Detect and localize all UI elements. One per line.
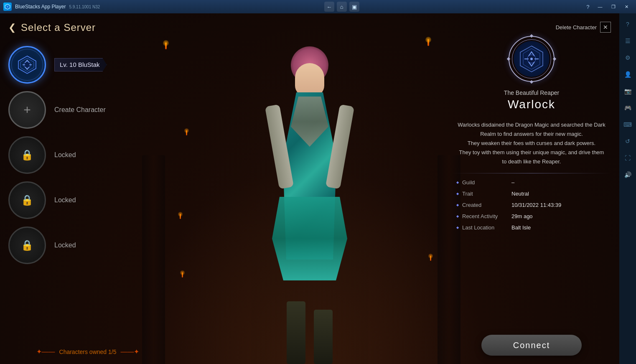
stat-diamond-trait: ◆	[456, 192, 459, 196]
sidebar-icon-gamepad[interactable]: 🎮	[620, 100, 635, 115]
lock-icon-1: 🔒	[21, 149, 33, 161]
titlebar-app-name: BlueStacks App Player	[15, 4, 66, 10]
nav-back-button[interactable]: ←	[324, 2, 334, 12]
large-emblem-icon	[517, 44, 546, 74]
divider	[452, 173, 611, 173]
stat-diamond-guild: ◆	[456, 181, 459, 184]
sidebar-icon-profile[interactable]: 👤	[620, 67, 635, 82]
nav-capture-button[interactable]: ▣	[349, 2, 359, 12]
titlebar-left: BlueStacks App Player 5.9.11.1001 N32	[3, 3, 100, 11]
stat-diamond-created: ◆	[456, 203, 459, 207]
stat-row-guild: ◆ Guild –	[456, 177, 607, 188]
ornament-left: ✦——	[36, 348, 55, 356]
stat-diamond-location: ◆	[456, 226, 459, 229]
lock-icon-2: 🔒	[21, 194, 33, 206]
sidebar-icon-keyboard[interactable]: ⌨	[620, 117, 635, 132]
char-emblem-large	[452, 36, 611, 87]
stat-label-guild: Guild	[462, 179, 508, 186]
svg-point-2	[7, 6, 8, 8]
locked-label-2: Locked	[54, 196, 76, 204]
sidebar-icon-rotate[interactable]: ↺	[620, 134, 635, 149]
titlebar: BlueStacks App Player 5.9.11.1001 N32 ← …	[0, 0, 636, 13]
delete-character-button[interactable]: ✕	[600, 22, 611, 33]
stat-value-activity: 29m ago	[511, 213, 533, 219]
back-title: ❮ Select a Server	[8, 22, 167, 33]
left-panel: ❮ Select a Server	[0, 13, 176, 364]
game-area: ❮ Select a Server	[0, 13, 619, 364]
titlebar-controls: ? — ❐ ✕	[583, 2, 633, 11]
restore-button[interactable]: ❐	[608, 3, 619, 11]
plus-icon: +	[23, 104, 31, 116]
back-button[interactable]: ❮	[8, 22, 16, 33]
titlebar-nav: ← ⌂ ▣	[324, 2, 359, 12]
character-display-area	[176, 13, 444, 364]
char-subtitle: The Beautiful Reaper	[452, 89, 611, 96]
ornament-right: ——✦	[120, 348, 139, 356]
stat-label-trait: Trait	[462, 191, 508, 197]
character-silhouette	[251, 38, 368, 364]
right-sidebar: ? ☰ ⚙ 👤 📷 🎮 ⌨ ↺ ⛶ 🔊	[619, 13, 636, 364]
char-description: Warlocks disdained the Dragon Magic and …	[452, 120, 611, 166]
sidebar-icon-settings[interactable]: ⚙	[620, 50, 635, 65]
stat-value-location: Balt Isle	[511, 224, 531, 231]
sidebar-icon-menu[interactable]: ☰	[620, 33, 635, 48]
delete-label: Delete Character	[556, 24, 597, 31]
bluestacks-logo	[3, 3, 12, 11]
sidebar-icon-question[interactable]: ?	[620, 17, 635, 32]
character-name-tag: Lv. 10 BluStak	[54, 58, 107, 71]
nav-home-button[interactable]: ⌂	[337, 2, 347, 12]
locked-slot-icon-2: 🔒	[8, 181, 46, 219]
active-slot-icon	[8, 46, 46, 84]
lock-icon-3: 🔒	[21, 239, 33, 251]
stat-value-trait: Neutral	[511, 191, 529, 197]
close-button[interactable]: ✕	[621, 3, 633, 11]
char-stats: ◆ Guild – ◆ Trait Neutral ◆ Created 10/3…	[452, 177, 611, 328]
char-class: Warlock	[452, 98, 611, 111]
create-character-label: Create Character	[54, 106, 106, 114]
create-slot-icon: +	[8, 91, 46, 129]
characters-owned: ✦—— Characters owned 1/5 ——✦	[0, 348, 176, 356]
stat-row-location: ◆ Last Location Balt Isle	[456, 222, 607, 233]
stat-row-created: ◆ Created 10/31/2022 11:43:39	[456, 199, 607, 211]
stat-row-trait: ◆ Trait Neutral	[456, 188, 607, 199]
char-identity: The Beautiful Reaper Warlock	[452, 89, 611, 117]
locked-label-3: Locked	[54, 242, 76, 249]
character-slot-active[interactable]: Lv. 10 BluStak	[8, 46, 167, 84]
character-name: Lv. 10 BluStak	[60, 61, 100, 68]
locked-label-1: Locked	[54, 151, 76, 159]
character-slot-locked-1[interactable]: 🔒 Locked	[8, 136, 167, 174]
stat-label-created: Created	[462, 202, 508, 208]
minimize-button[interactable]: —	[594, 3, 606, 11]
stat-label-activity: Recent Activity	[462, 213, 508, 219]
titlebar-version: 5.9.11.1001 N32	[69, 5, 100, 9]
character-slot-locked-2[interactable]: 🔒 Locked	[8, 181, 167, 219]
locked-slot-icon-3: 🔒	[8, 227, 46, 264]
sidebar-icon-volume[interactable]: 🔊	[620, 167, 635, 182]
sidebar-icon-fullscreen[interactable]: ⛶	[620, 150, 635, 165]
stat-value-created: 10/31/2022 11:43:39	[511, 202, 561, 208]
stat-label-location: Last Location	[462, 224, 508, 231]
server-title: Select a Server	[21, 22, 96, 33]
character-slot-locked-3[interactable]: 🔒 Locked	[8, 227, 167, 264]
character-list: Lv. 10 BluStak + Create Character 🔒 Lock…	[8, 46, 167, 264]
character-slot-create[interactable]: + Create Character	[8, 91, 167, 129]
svg-point-9	[530, 58, 533, 60]
stat-diamond-activity: ◆	[456, 214, 459, 218]
locked-slot-icon-1: 🔒	[8, 136, 46, 174]
delete-area: Delete Character ✕	[452, 22, 611, 33]
large-emblem	[509, 36, 555, 82]
owned-text: Characters owned 1/5	[59, 349, 117, 355]
connect-button[interactable]: Connect	[481, 335, 582, 356]
stat-row-activity: ◆ Recent Activity 29m ago	[456, 211, 607, 222]
stat-value-guild: –	[511, 179, 514, 186]
sidebar-icon-camera[interactable]: 📷	[620, 84, 635, 99]
right-panel: Delete Character ✕	[444, 13, 619, 364]
help-button[interactable]: ?	[583, 2, 593, 11]
